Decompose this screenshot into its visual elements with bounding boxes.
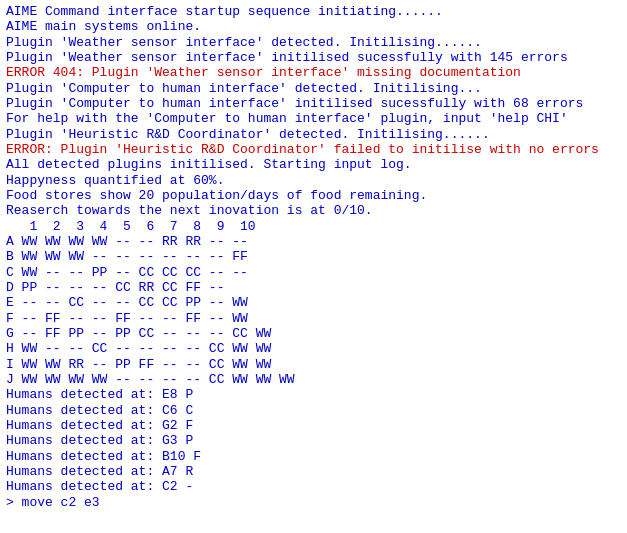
terminal-line: Humans detected at: C6 C	[6, 403, 621, 418]
terminal: AIME Command interface startup sequence …	[0, 0, 627, 533]
terminal-line: AIME Command interface startup sequence …	[6, 4, 621, 19]
terminal-line: > move c2 e3	[6, 495, 621, 510]
terminal-line: 1 2 3 4 5 6 7 8 9 10	[6, 219, 621, 234]
terminal-line: All detected plugins initilised. Startin…	[6, 157, 621, 172]
terminal-line: Plugin 'Computer to human interface' det…	[6, 81, 621, 96]
terminal-line: H WW -- -- CC -- -- -- -- CC WW WW	[6, 341, 621, 356]
terminal-line: E -- -- CC -- -- CC CC PP -- WW	[6, 295, 621, 310]
terminal-line: AIME main systems online.	[6, 19, 621, 34]
terminal-line: I WW WW RR -- PP FF -- -- CC WW WW	[6, 357, 621, 372]
terminal-line: D PP -- -- -- CC RR CC FF --	[6, 280, 621, 295]
terminal-line: Reaserch towards the next inovation is a…	[6, 203, 621, 218]
terminal-line: Humans detected at: A7 R	[6, 464, 621, 479]
terminal-line: For help with the 'Computer to human int…	[6, 111, 621, 126]
terminal-line: A WW WW WW WW -- -- RR RR -- --	[6, 234, 621, 249]
terminal-line: Plugin 'Weather sensor interface' initil…	[6, 50, 621, 65]
terminal-line: Humans detected at: G2 F	[6, 418, 621, 433]
terminal-line: B WW WW WW -- -- -- -- -- -- FF	[6, 249, 621, 264]
terminal-line: C WW -- -- PP -- CC CC CC -- --	[6, 265, 621, 280]
terminal-line: Plugin 'Heuristic R&D Coordinator' detec…	[6, 127, 621, 142]
terminal-line: G -- FF PP -- PP CC -- -- -- CC WW	[6, 326, 621, 341]
terminal-line: Food stores show 20 population/days of f…	[6, 188, 621, 203]
terminal-line: Happyness quantified at 60%.	[6, 173, 621, 188]
terminal-line: Humans detected at: G3 P	[6, 433, 621, 448]
terminal-line: Humans detected at: B10 F	[6, 449, 621, 464]
terminal-line: Plugin 'Weather sensor interface' detect…	[6, 35, 621, 50]
terminal-line: F -- FF -- -- FF -- -- FF -- WW	[6, 311, 621, 326]
terminal-line: Humans detected at: E8 P	[6, 387, 621, 402]
terminal-line: J WW WW WW WW -- -- -- -- CC WW WW WW	[6, 372, 621, 387]
terminal-line: ERROR: Plugin 'Heuristic R&D Coordinator…	[6, 142, 621, 157]
terminal-line: Humans detected at: C2 -	[6, 479, 621, 494]
terminal-line: Plugin 'Computer to human interface' ini…	[6, 96, 621, 111]
terminal-line: ERROR 404: Plugin 'Weather sensor interf…	[6, 65, 621, 80]
